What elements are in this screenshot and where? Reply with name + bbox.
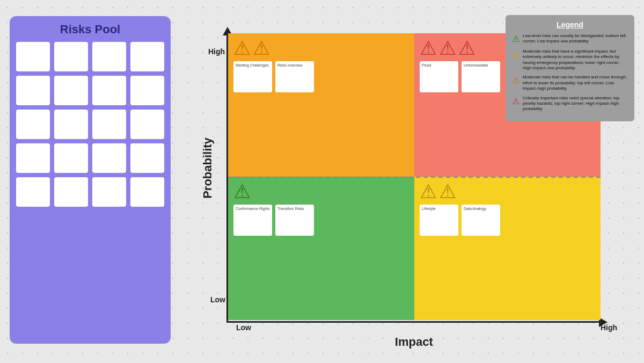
- prob-high-label: High: [208, 47, 225, 56]
- legend-green-text: Low-level risks can usually be disregard…: [523, 33, 628, 45]
- bottom-right-card-2[interactable]: Data Analogy: [462, 205, 500, 236]
- top-left-warning-icons: ⚠ ⚠: [233, 39, 409, 58]
- legend-item-orange-dark: ⚠ Moderate risks that can be handled and…: [512, 75, 628, 91]
- legend-orange-dark-text: Moderate risks that can be handled and m…: [523, 75, 628, 91]
- bottom-left-card-2-label: Transition Risks: [277, 207, 304, 210]
- legend-item-red: ⚠ Critically important risks need specia…: [512, 96, 628, 112]
- pool-card-1[interactable]: [16, 42, 50, 71]
- legend-orange-light-icon: ⚠: [512, 49, 519, 61]
- bottom-right-warning-icons: ⚠ ⚠: [420, 182, 595, 201]
- pool-grid: [16, 42, 164, 207]
- legend: Legend ⚠ Low-level risks can usually be …: [506, 15, 634, 121]
- legend-green-icon: ⚠: [512, 34, 519, 45]
- warning-icon-6: ⚠: [233, 182, 251, 201]
- pool-card-6[interactable]: [54, 76, 88, 105]
- pool-card-7[interactable]: [92, 76, 126, 105]
- bottom-left-card-2[interactable]: Transition Risks: [275, 205, 314, 236]
- probability-label: Probability: [201, 137, 215, 199]
- warning-icon-2: ⚠: [253, 39, 270, 58]
- warning-icon-7: ⚠: [420, 182, 437, 201]
- pool-card-18[interactable]: [54, 177, 88, 207]
- warning-icon-1: ⚠: [233, 39, 251, 58]
- top-right-card-2-label: Unforeseeable: [464, 63, 488, 67]
- bottom-right-card-1-label: Lifestyle: [422, 207, 436, 210]
- impact-low-label: Low: [236, 323, 251, 332]
- top-left-card-1-label: Meeting Challenges: [236, 63, 269, 67]
- pool-card-13[interactable]: [16, 143, 50, 173]
- legend-red-icon: ⚠: [512, 96, 519, 107]
- warning-icon-3: ⚠: [420, 39, 437, 58]
- quadrant-bottom-right: ⚠ ⚠ Lifestyle Data Analogy: [414, 177, 601, 320]
- bottom-right-cards: Lifestyle Data Analogy: [420, 205, 595, 236]
- pool-card-8[interactable]: [130, 76, 164, 105]
- top-left-cards: Meeting Challenges Risks overview: [233, 61, 409, 92]
- legend-orange-dark-icon: ⚠: [512, 75, 519, 86]
- top-right-card-1-label: Flood: [422, 63, 431, 67]
- bottom-right-card-2-label: Data Analogy: [464, 207, 486, 210]
- bottom-right-card-1[interactable]: Lifestyle: [420, 205, 458, 236]
- top-right-card-2[interactable]: Unforeseeable: [462, 61, 500, 92]
- bottom-left-card-1[interactable]: Conformance Rights: [233, 205, 272, 236]
- pool-card-16[interactable]: [130, 143, 164, 173]
- pool-card-17[interactable]: [16, 177, 50, 207]
- bottom-left-card-1-label: Conformance Rights: [236, 207, 270, 210]
- risks-pool-title: Risks Pool: [16, 23, 164, 37]
- bottom-left-warning-icons: ⚠: [233, 182, 409, 201]
- legend-item-green: ⚠ Low-level risks can usually be disrega…: [512, 33, 628, 45]
- top-right-card-1[interactable]: Flood: [420, 61, 458, 92]
- top-left-card-1[interactable]: Meeting Challenges: [233, 61, 272, 92]
- warning-icon-5: ⚠: [458, 39, 475, 58]
- pool-card-11[interactable]: [92, 110, 126, 139]
- pool-card-12[interactable]: [130, 110, 164, 139]
- pool-card-19[interactable]: [92, 177, 126, 207]
- quadrant-bottom-left: ⚠ Conformance Rights Transition Risks: [228, 177, 414, 320]
- bottom-left-cards: Conformance Rights Transition Risks: [233, 205, 409, 236]
- pool-card-20[interactable]: [130, 177, 164, 207]
- pool-card-5[interactable]: [16, 76, 50, 105]
- pool-card-10[interactable]: [54, 110, 88, 139]
- impact-label: Impact: [395, 335, 433, 349]
- x-axis: [226, 321, 602, 323]
- legend-title: Legend: [512, 20, 628, 29]
- pool-card-2[interactable]: [54, 42, 88, 71]
- legend-orange-light-text: Moderate risks that have a significant i…: [523, 49, 628, 71]
- risks-pool: Risks Pool: [10, 16, 171, 344]
- impact-high-label: High: [601, 323, 617, 332]
- pool-card-15[interactable]: [92, 143, 126, 173]
- pool-card-3[interactable]: [92, 42, 126, 71]
- legend-red-text: Critically important risks need special …: [523, 96, 628, 112]
- top-left-card-2-label: Risks overview: [277, 63, 303, 67]
- legend-item-orange-light: ⚠ Moderate risks that have a significant…: [512, 49, 628, 71]
- top-left-card-2[interactable]: Risks overview: [275, 61, 314, 92]
- pool-card-9[interactable]: [16, 110, 50, 139]
- warning-icon-4: ⚠: [439, 39, 456, 58]
- quadrant-top-left: ⚠ ⚠ Meeting Challenges Risks overview: [228, 33, 414, 177]
- prob-low-label: Low: [210, 295, 225, 304]
- warning-icon-8: ⚠: [439, 182, 456, 201]
- pool-card-14[interactable]: [54, 143, 88, 173]
- pool-card-4[interactable]: [130, 42, 164, 71]
